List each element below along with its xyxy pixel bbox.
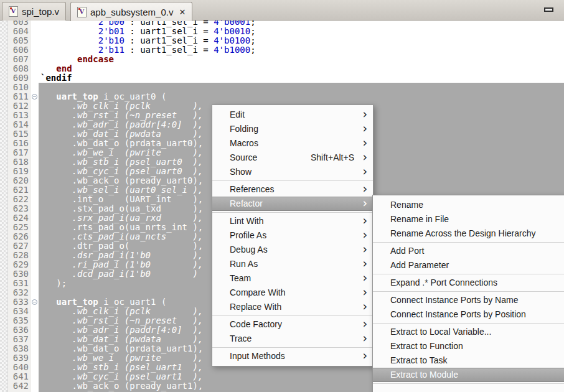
code-text: 2'b10 : uart1_sel_i = 4'b0100; [40,36,256,45]
menu-item-label: Extract to Module [390,370,458,380]
fold-collapse-icon[interactable] [32,94,37,100]
submenu-arrow-icon: › [362,317,367,331]
menu-item-trace[interactable]: Trace› [212,332,373,346]
line-number: 605 [6,36,29,45]
menu-item-lint-with[interactable]: Lint With› [212,214,373,228]
line-number: 626 [6,232,29,241]
menu-item-label: Lint With [230,216,263,226]
menu-item-extract-to-module[interactable]: Extract to Module [373,368,564,382]
menu-item-source[interactable]: SourceShift+Alt+S› [212,151,373,165]
menu-item-extract-to-local-variable[interactable]: Extract to Local Variable... [373,325,564,339]
menu-item-label: Expand .* Port Connections [390,278,497,287]
code-text: uart_top i_oc_uart0 ( [40,92,166,101]
line-number: 629 [6,260,29,269]
menu-separator [212,212,373,213]
menu-separator [373,291,564,292]
menu-item-extract-to-function[interactable]: Extract to Function [373,339,564,353]
menu-item-compare-with[interactable]: Compare With› [212,286,373,300]
menu-item-debug-as[interactable]: Debug As› [212,243,373,257]
menu-item-extract-to-task[interactable]: Extract to Task [373,353,564,368]
menu-item-label: Rename Across the Design Hierarchy [390,228,535,238]
menu-item-add-parameter[interactable]: Add Parameter [373,258,564,273]
menu-item-folding[interactable]: Folding› [212,122,373,136]
submenu-arrow-icon: › [362,136,367,150]
menu-item-rename[interactable]: Rename [373,198,564,212]
line-number: 612 [6,101,29,111]
code-text: .wb_clk_i (pclk ), [40,307,203,316]
menu-item-label: Run As [230,259,258,269]
line-number: 635 [6,316,29,325]
line-number: 630 [6,269,29,279]
code-text: .wb_cyc_i (psel_uart1 ), [40,372,203,381]
menu-item-team[interactable]: Team› [212,271,373,286]
submenu-arrow-icon: › [362,164,367,179]
tab-spi-top[interactable]: V spi_top.v [2,2,66,21]
menu-item-input-methods[interactable]: Input Methods› [212,349,373,363]
submenu-arrow-icon: › [362,271,367,285]
code-line: 605 2'b10 : uart1_sel_i = 4'b0100; [0,36,564,45]
line-number: 621 [6,185,29,195]
menu-item-add-port[interactable]: Add Port [373,244,564,258]
menu-item-rename-across-the-design-hierarchy[interactable]: Rename Across the Design Hierarchy [373,226,564,241]
code-text: 2'b01 : uart1_sel_i = 4'b0010; [40,27,256,36]
line-number: 638 [6,344,29,353]
menu-item-connect-instance-ports-by-position[interactable]: Connect Instance Ports by Position [373,307,564,322]
code-text: .wb_we_i (pwrite ), [40,353,203,363]
line-number: 642 [6,381,29,391]
menu-item-label: Profile As [230,230,266,240]
code-line: 608 end [0,64,564,73]
menu-item-macros[interactable]: Macros› [212,136,373,151]
menu-item-label: Connect Instance Ports by Name [390,295,518,305]
menu-item-show[interactable]: Show› [212,165,373,179]
menu-separator [373,274,564,274]
menu-item-label: Connect Instance Ports by Position [390,309,526,319]
menu-item-references[interactable]: References› [212,182,373,197]
code-text: .wb_dat_o (prdata_uart1), [40,344,203,353]
code-text: .cts_pad_i(ua_ncts ), [40,232,203,241]
line-number: 610 [6,83,29,92]
code-text: .wb_we_i (pwrite ), [40,148,203,157]
menu-item-label: Folding [230,124,258,134]
menu-item-label: Input Methods [230,351,285,361]
menu-item-label: Add Parameter [390,260,449,270]
code-line: 609`endif [0,73,564,83]
menu-separator [212,180,373,181]
menu-item-expand-port-connections[interactable]: Expand .* Port Connections [373,276,564,290]
menu-item-code-factory[interactable]: Code Factory› [212,317,373,332]
menu-item-label: Source [230,152,257,162]
submenu-arrow-icon: › [362,331,367,345]
menu-item-edit[interactable]: Edit› [212,108,373,122]
menu-item-refactor[interactable]: Refactor› [212,197,373,211]
line-number: 606 [6,45,29,55]
menu-item-label: Refactor [230,198,263,208]
submenu-arrow-icon: › [362,107,367,121]
code-text: .wb_stb_i (psel_uart0 ), [40,157,203,167]
close-icon[interactable]: ✕ [179,7,186,17]
line-number: 623 [6,204,29,213]
line-number: 639 [6,353,29,363]
submenu-arrow-icon: › [362,348,367,363]
menu-item-run-as[interactable]: Run As› [212,257,373,271]
fold-collapse-icon[interactable] [32,299,37,305]
menu-item-rename-in-file[interactable]: Rename in File [373,212,564,226]
code-text: .wb_ack_o (pready_uart0), [40,176,203,185]
verilog-file-icon: V [77,7,87,17]
menu-item-connect-instance-ports-by-name[interactable]: Connect Instance Ports by Name [373,293,564,307]
code-text: uart_top i_oc_uart1 ( [40,297,166,307]
code-text: .dcd_pad_i(1'b0 ) [40,269,198,279]
menu-separator [212,347,373,348]
code-text: .int_o (UART_int ), [40,195,203,204]
line-number: 620 [6,176,29,185]
minimize-button[interactable] [544,7,553,12]
line-number: 622 [6,195,29,204]
submenu-arrow-icon: › [362,256,367,271]
menu-item-profile-as[interactable]: Profile As› [212,228,373,243]
context-menu: Edit›Folding›Macros›SourceShift+Alt+S›Sh… [212,105,374,366]
line-number: 608 [6,64,29,73]
tab-apb-subsystem-0[interactable]: V apb_subsystem_0.v ✕ [70,2,192,21]
code-text: .srx_pad_i(ua_rxd ), [40,213,203,223]
submenu-arrow-icon: › [362,213,367,228]
menu-separator [373,323,564,324]
menu-item-replace-with[interactable]: Replace With› [212,300,373,314]
code-text: ); [40,279,67,288]
